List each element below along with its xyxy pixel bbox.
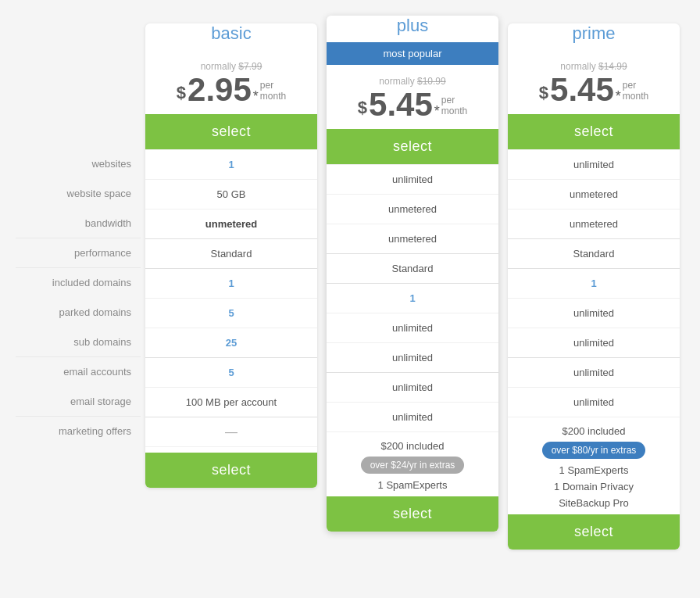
basic-email-storage: 100 MB per account	[145, 387, 317, 417]
prime-price-section: normally $14.99 $ 5.45 * permonth	[508, 50, 680, 114]
plus-parked-domains: unlimited	[327, 313, 498, 342]
plus-included-domains: 1	[327, 283, 498, 313]
label-sub-domains: sub domains	[16, 327, 141, 356]
basic-parked-domains: 5	[145, 298, 317, 328]
basic-normally: normally $7.99	[153, 61, 309, 72]
plus-price-row: $ 5.45 * permonth	[334, 88, 491, 121]
basic-title: basic	[211, 23, 251, 43]
prime-extras-item-2: SiteBackup Pro	[514, 495, 673, 511]
plus-extras-section: $200 included over $24/yr in extras 1 Sp…	[327, 431, 498, 496]
plus-extras-item-0: 1 SpamExperts	[333, 477, 492, 493]
plus-popular-banner: most popular	[327, 42, 498, 65]
basic-price-row: $ 2.95 * permonth	[153, 73, 309, 106]
basic-performance: Standard	[145, 238, 317, 268]
prime-asterisk: *	[616, 88, 621, 106]
label-marketing-offers: marketing offers	[16, 416, 141, 446]
prime-select-top[interactable]: select	[508, 114, 680, 149]
prime-extras-badge: over $80/yr in extras	[542, 442, 646, 459]
basic-select-bottom[interactable]: select	[145, 453, 317, 488]
label-website-space: website space	[16, 178, 141, 208]
plus-per-month: permonth	[441, 95, 467, 121]
prime-price: 5.45	[550, 73, 614, 106]
prime-marketing-amount: $200 included	[514, 421, 673, 439]
prime-included-domains: 1	[508, 268, 680, 298]
basic-asterisk: *	[253, 88, 259, 106]
prime-extras-section: $200 included over $80/yr in extras 1 Sp…	[508, 417, 680, 514]
prime-dollar: $	[539, 83, 548, 106]
basic-website-space: 50 GB	[145, 179, 317, 209]
basic-select-top[interactable]: select	[145, 114, 317, 149]
plus-normally: normally $10.99	[334, 76, 491, 87]
plus-performance: Standard	[327, 253, 498, 283]
plus-title: plus	[397, 16, 428, 35]
basic-bandwidth: unmetered	[145, 209, 317, 238]
plus-email-storage: unlimited	[327, 402, 498, 431]
prime-normally: normally $14.99	[516, 61, 672, 72]
plus-website-space: unmetered	[327, 194, 498, 224]
basic-websites: 1	[145, 149, 317, 179]
basic-marketing: —	[145, 417, 317, 446]
prime-performance: Standard	[508, 238, 680, 268]
prime-websites: unlimited	[508, 149, 680, 179]
plus-asterisk: *	[434, 103, 440, 121]
plus-bandwidth: unmetered	[327, 224, 498, 253]
pricing-container: websites website space bandwidth perform…	[16, 16, 684, 550]
plus-price-section: normally $10.99 $ 5.45 * permonth	[327, 65, 498, 129]
plan-plus: plus most popular normally $10.99 $ 5.45…	[327, 16, 498, 532]
basic-title-wrapper: basic	[145, 23, 317, 50]
prime-select-bottom[interactable]: select	[508, 514, 680, 550]
plus-marketing-amount: $200 included	[333, 435, 492, 453]
plus-websites: unlimited	[327, 164, 498, 194]
prime-bandwidth: unmetered	[508, 209, 680, 238]
plus-sub-domains: unlimited	[327, 342, 498, 372]
prime-title-wrapper: prime	[508, 23, 680, 50]
plus-title-wrapper: plus	[327, 16, 498, 42]
plus-select-bottom[interactable]: select	[327, 496, 498, 532]
prime-price-row: $ 5.45 * permonth	[516, 73, 672, 106]
label-bandwidth: bandwidth	[16, 208, 141, 238]
plus-price: 5.45	[369, 88, 433, 121]
prime-title: prime	[572, 23, 615, 43]
basic-sub-domains: 25	[145, 328, 317, 357]
prime-sub-domains: unlimited	[508, 328, 680, 357]
label-performance: performance	[16, 238, 141, 267]
prime-extras-item-1: 1 Domain Privacy	[514, 478, 673, 495]
plus-dollar: $	[358, 98, 367, 121]
label-email-accounts: email accounts	[16, 356, 141, 386]
label-included-domains: included domains	[16, 267, 141, 297]
prime-parked-domains: unlimited	[508, 298, 680, 328]
prime-email-accounts: unlimited	[508, 357, 680, 387]
plus-extras-badge: over $24/yr in extras	[361, 457, 465, 474]
basic-email-accounts: 5	[145, 357, 317, 387]
basic-price: 2.95	[188, 73, 252, 106]
prime-per-month: permonth	[623, 80, 648, 106]
basic-included-domains: 1	[145, 268, 317, 298]
plan-basic: basic normally $7.99 $ 2.95 * permonth s…	[145, 23, 317, 488]
label-email-storage: email storage	[16, 386, 141, 416]
plan-prime: prime normally $14.99 $ 5.45 * permonth …	[508, 23, 680, 550]
basic-dollar: $	[177, 83, 186, 106]
labels-column: websites website space bandwidth perform…	[16, 23, 141, 446]
basic-per-month: permonth	[260, 80, 286, 106]
prime-website-space: unmetered	[508, 179, 680, 209]
prime-extras-item-0: 1 SpamExperts	[514, 462, 673, 478]
label-websites: websites	[16, 149, 141, 178]
plus-select-top[interactable]: select	[327, 129, 498, 164]
prime-email-storage: unlimited	[508, 387, 680, 417]
basic-price-section: normally $7.99 $ 2.95 * permonth	[145, 50, 317, 114]
label-parked-domains: parked domains	[16, 297, 141, 327]
plus-email-accounts: unlimited	[327, 372, 498, 402]
